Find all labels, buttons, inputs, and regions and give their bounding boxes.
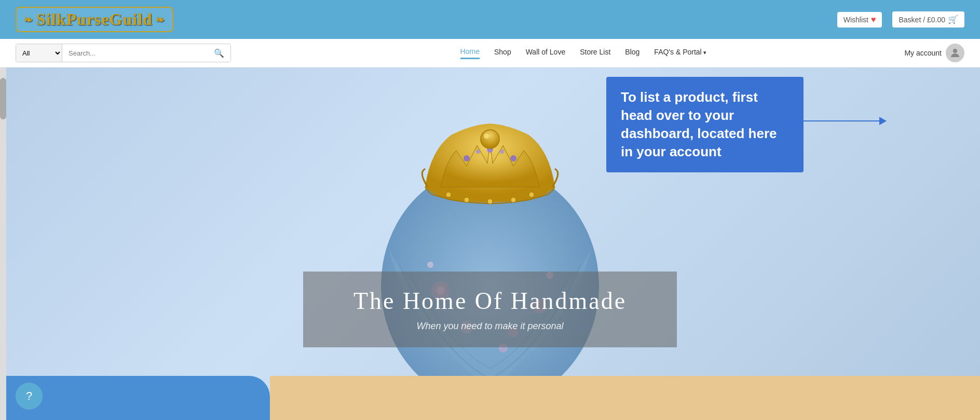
svg-point-17 — [484, 133, 489, 139]
logo-text: SilkPurseGuild — [36, 10, 153, 29]
hero-text-overlay: The Home of Handmade When you need to ma… — [303, 272, 677, 347]
nav-wall-of-love[interactable]: Wall of Love — [526, 48, 566, 58]
svg-point-22 — [529, 192, 534, 197]
arrow-head — [879, 117, 887, 125]
my-account-label: My account — [904, 49, 942, 57]
nav-faq-portal[interactable]: FAQ's & Portal — [654, 48, 706, 58]
search-area: All Products Stores Blog 🔍 — [16, 44, 231, 62]
search-input[interactable] — [62, 44, 208, 62]
scrollbar[interactable] — [0, 67, 6, 420]
search-icon: 🔍 — [214, 48, 224, 58]
bottom-strip-right — [270, 376, 980, 420]
search-button[interactable]: 🔍 — [208, 44, 230, 62]
svg-point-19 — [464, 197, 469, 202]
nav-shop[interactable]: Shop — [494, 48, 511, 58]
svg-point-13 — [510, 155, 516, 161]
callout-arrow — [796, 117, 887, 125]
arrow-line — [796, 120, 879, 121]
svg-point-11 — [464, 155, 470, 161]
top-bar: ❧ SilkPurseGuild ❧ Wishlist ♥ Basket / £… — [0, 0, 980, 39]
wishlist-label: Wishlist — [843, 16, 868, 24]
hero-title: The Home of Handmade — [334, 287, 646, 315]
chat-button[interactable]: ? — [16, 383, 43, 410]
nav-blog[interactable]: Blog — [625, 48, 639, 58]
search-category-select[interactable]: All Products Stores Blog — [16, 44, 62, 62]
svg-point-20 — [487, 199, 493, 204]
heart-icon: ♥ — [871, 15, 876, 24]
callout-text: To list a product, first head over to yo… — [621, 89, 777, 159]
svg-point-7 — [427, 262, 433, 268]
top-right-actions: Wishlist ♥ Basket / £0.00 🛒 — [837, 11, 964, 28]
callout-box: To list a product, first head over to yo… — [606, 77, 804, 172]
purse-illustration — [334, 67, 646, 420]
scrollbar-thumb[interactable] — [0, 78, 6, 119]
svg-point-14 — [476, 150, 480, 154]
hero-section: The Home of Handmade When you need to ma… — [0, 67, 980, 420]
logo-decoration-left: ❧ — [24, 13, 33, 26]
chat-icon: ? — [26, 389, 32, 403]
basket-icon: 🛒 — [948, 15, 958, 24]
main-navigation: Home Shop Wall of Love Store List Blog F… — [262, 47, 904, 59]
logo-area: ❧ SilkPurseGuild ❧ — [16, 7, 173, 32]
svg-point-21 — [511, 197, 516, 202]
bottom-strip — [0, 376, 980, 420]
nav-home[interactable]: Home — [460, 47, 480, 59]
svg-point-16 — [481, 130, 499, 148]
site-logo[interactable]: ❧ SilkPurseGuild ❧ — [16, 7, 173, 32]
nav-bar: All Products Stores Blog 🔍 Home Shop Wal… — [0, 39, 980, 67]
svg-point-15 — [500, 150, 504, 154]
account-avatar — [946, 44, 964, 62]
basket-button[interactable]: Basket / £0.00 🛒 — [892, 11, 964, 28]
nav-store-list[interactable]: Store List — [580, 48, 610, 58]
logo-decoration-right: ❧ — [156, 13, 165, 26]
svg-point-18 — [446, 192, 451, 197]
hero-subtitle: When you need to make it personal — [334, 321, 646, 332]
wishlist-button[interactable]: Wishlist ♥ — [837, 12, 882, 28]
svg-point-0 — [953, 49, 957, 53]
basket-label: Basket / £0.00 — [899, 16, 945, 24]
my-account-area[interactable]: My account — [904, 44, 964, 62]
